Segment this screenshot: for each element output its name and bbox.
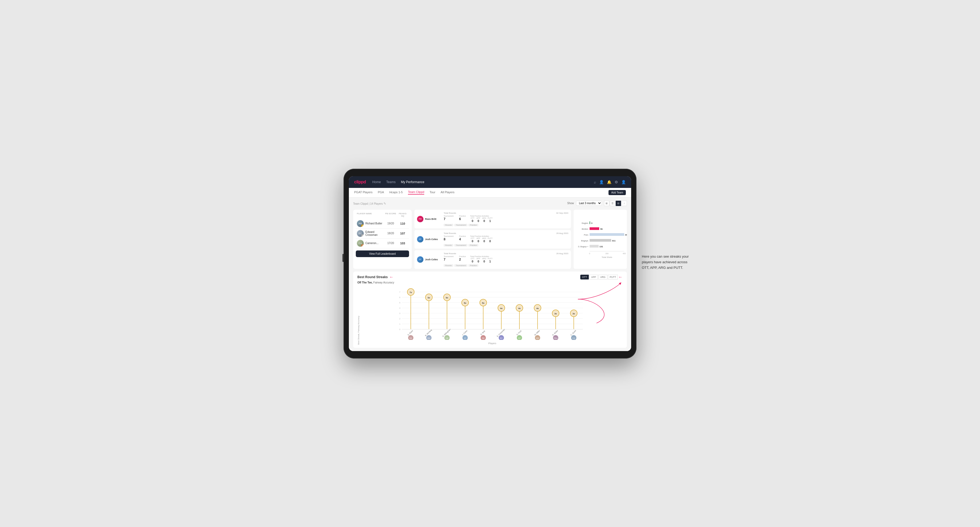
card-player-info: JC Josh Coles (417, 252, 441, 267)
add-team-button[interactable]: Add Team (609, 190, 626, 195)
arrow-right-icon[interactable]: ← (618, 275, 623, 279)
card-avatar: JC (417, 256, 423, 263)
avatar: RB 1 (357, 220, 364, 227)
svg-text:5x: 5x (464, 302, 466, 304)
view-leaderboard-button[interactable]: View Full Leaderboard (356, 251, 409, 257)
subnav-pgat[interactable]: PGAT Players (354, 190, 372, 194)
grid-view-icon[interactable]: ⊞ (604, 201, 609, 206)
search-icon[interactable]: ⌕ (594, 180, 596, 184)
nav-teams[interactable]: Teams (386, 180, 396, 184)
svg-text:M. Miller: M. Miller (534, 329, 540, 336)
svg-text:0: 0 (399, 328, 401, 330)
app-logo: clippd (354, 179, 366, 184)
svg-text:4x: 4x (518, 307, 520, 310)
player-pb: 18/20 (384, 232, 397, 235)
card-date-2: 26 Aug 2023 (556, 252, 568, 255)
sub-nav: PGAT Players PGA Hcaps 1-5 Team Clippd T… (349, 188, 631, 197)
player-row: EC 2 Edward Crossman 18/20 107 (356, 229, 409, 238)
detail-view-icon[interactable]: ⊟ (616, 201, 621, 206)
svg-text:3: 3 (399, 312, 401, 314)
filter-arg[interactable]: ARG (598, 275, 608, 279)
player-name: Cameron... (365, 242, 384, 244)
edit-team-icon[interactable]: ✎ (383, 202, 386, 205)
panels-row: PLAYER NAME PB SCORE PB AVG SQ RB 1 Rich… (353, 210, 627, 269)
view-icons: ⊞ ☰ ⊟ ↑ (604, 201, 627, 206)
svg-rect-1 (590, 221, 590, 224)
svg-text:JC: JC (464, 337, 466, 339)
nav-icons: ⌕ 👤 🔔 ⚙ 👤 (594, 180, 626, 184)
tablet-screen: clippd Home Teams My Performance ⌕ 👤 🔔 ⚙… (349, 176, 631, 351)
player-pb: 17/20 (384, 242, 397, 244)
streaks-svg: 7 6 5 4 3 2 1 0 7x (362, 287, 623, 340)
svg-text:Birdies: Birdies (582, 228, 588, 230)
player-name: Edward Crossman (365, 230, 384, 237)
rank-badge-2: 2 (361, 234, 364, 237)
nav-home[interactable]: Home (372, 180, 381, 184)
subnav-pga[interactable]: PGA (378, 190, 384, 194)
chart-panel: Eagles 3 Birdies 96 Pars 499 (574, 210, 627, 269)
nav-my-performance[interactable]: My Performance (401, 180, 424, 184)
card-player-name: Josh Coles (425, 258, 438, 261)
period-select[interactable]: Last 3 months (576, 201, 602, 206)
svg-text:7x: 7x (410, 291, 412, 294)
user-icon[interactable]: 👤 (599, 180, 604, 184)
annotation-text: Here you can see streaks your players ha… (642, 254, 692, 270)
card-date-1: 26 Aug 2023 (556, 232, 568, 235)
svg-text:5: 5 (399, 302, 401, 304)
svg-text:0: 0 (589, 252, 590, 254)
svg-text:4x: 4x (500, 307, 503, 310)
svg-text:96: 96 (600, 228, 603, 230)
filter-putt[interactable]: PUTT (608, 275, 618, 279)
rank-badge-1: 1 (361, 224, 364, 227)
card-date-0: 02 Sep 2023 (556, 212, 568, 214)
svg-text:E. Ebert: E. Ebert (407, 330, 413, 336)
svg-text:EE: EE (410, 337, 412, 339)
player-cards-panel: RB Rees Britt Total Rounds 02 Sep 2023 (414, 210, 571, 269)
streaks-chart-container: 7 6 5 4 3 2 1 0 7x (362, 287, 623, 344)
player-card-0: RB Rees Britt Total Rounds 02 Sep 2023 (414, 210, 571, 229)
export-icon[interactable]: ↑ (622, 201, 627, 206)
svg-text:Bogeys: Bogeys (581, 240, 588, 242)
subnav-hcaps[interactable]: Hcaps 1-5 (389, 190, 402, 194)
svg-text:3: 3 (591, 222, 593, 224)
main-content: Team Clippd | 14 Players ✎ Show Last 3 m… (349, 197, 631, 351)
subnav-tour[interactable]: Tour (430, 190, 435, 194)
player-card-1: JC Josh Coles Total Rounds 26 Aug 2023 (414, 230, 571, 249)
svg-text:2: 2 (399, 317, 401, 320)
svg-text:4: 4 (399, 307, 401, 309)
list-view-icon[interactable]: ☰ (610, 201, 615, 206)
svg-text:3x: 3x (554, 313, 557, 315)
streaks-title: Best Round Streaks ← (357, 275, 394, 279)
filter-ott[interactable]: OTT (580, 275, 589, 279)
svg-text:1: 1 (399, 323, 401, 325)
y-axis-label: Best Streak, Fairway Accuracy (357, 287, 360, 344)
svg-text:DB: DB (446, 337, 449, 339)
subnav-team-clippd[interactable]: Team Clippd (408, 190, 424, 195)
settings-icon[interactable]: ⚙ (615, 180, 618, 184)
svg-text:6: 6 (399, 296, 401, 298)
svg-text:Total Shots: Total Shots (601, 256, 612, 259)
player-pb: 19/20 (384, 222, 397, 225)
side-button (342, 254, 344, 262)
filter-app[interactable]: APP (589, 275, 598, 279)
bell-icon[interactable]: 🔔 (607, 180, 611, 184)
player-name: Richard Butler (365, 222, 384, 225)
streaks-header: Best Round Streaks ← OTT APP ARG PUTT ← (357, 275, 623, 279)
subnav-all-players[interactable]: All Players (441, 190, 455, 194)
svg-text:400: 400 (623, 252, 626, 254)
avatar-icon[interactable]: 👤 (621, 180, 626, 184)
streaks-section: Best Round Streaks ← OTT APP ARG PUTT ← … (353, 271, 627, 348)
team-title-area: Team Clippd | 14 Players ✎ (353, 201, 386, 206)
player-row: RB 1 Richard Butler 19/20 110 (356, 219, 409, 229)
svg-text:DF: DF (518, 337, 520, 339)
streaks-subtitle: Off The Tee, Fairway Accuracy (357, 281, 623, 284)
svg-text:200: 200 (605, 252, 609, 254)
svg-rect-4 (590, 227, 599, 230)
svg-text:6x: 6x (428, 297, 430, 299)
arrow-left-icon: ← (389, 275, 394, 279)
svg-text:311: 311 (612, 240, 616, 242)
svg-text:J. Coles: J. Coles (461, 330, 468, 336)
svg-text:EC: EC (500, 337, 503, 339)
tablet-frame: clippd Home Teams My Performance ⌕ 👤 🔔 ⚙… (344, 169, 636, 359)
svg-text:Eagles: Eagles (582, 222, 588, 224)
